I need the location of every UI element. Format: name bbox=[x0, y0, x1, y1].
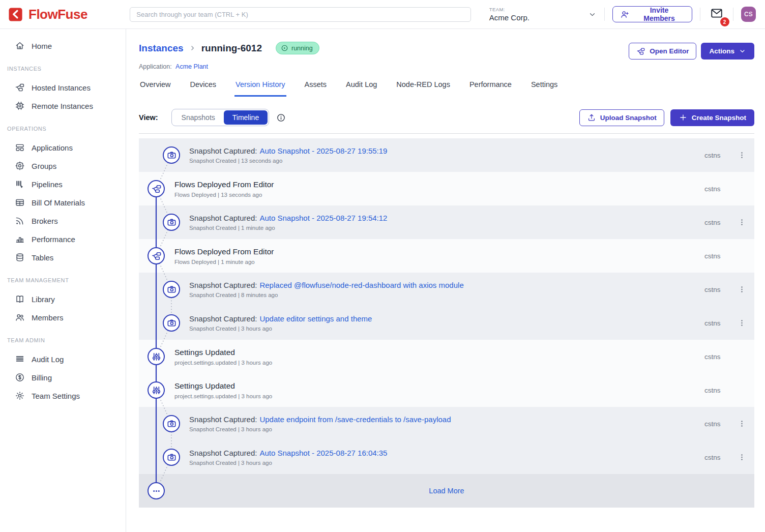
snapshot-link[interactable]: Auto Snapshot - 2025-08-27 16:04:35 bbox=[259, 449, 387, 457]
sidebar-item-label: Pipelines bbox=[32, 180, 63, 189]
kebab-menu-button[interactable] bbox=[737, 149, 746, 161]
snapshot-link[interactable]: Update endpoint from /save-credentials t… bbox=[259, 415, 451, 424]
user-label: cstns bbox=[704, 454, 725, 461]
sidebar-item-label: Tables bbox=[32, 253, 53, 262]
tab-node-red-logs[interactable]: Node-RED Logs bbox=[395, 80, 451, 97]
sidebar-item-billing[interactable]: Billing bbox=[0, 368, 126, 387]
team-selector[interactable]: TEAM: Acme Corp. bbox=[489, 7, 597, 22]
sidebar-item-remote-instances[interactable]: Remote Instances bbox=[0, 97, 126, 115]
view-toggle-timeline[interactable]: Timeline bbox=[224, 110, 268, 125]
kebab-menu-button[interactable] bbox=[737, 418, 746, 430]
user-label: cstns bbox=[704, 219, 725, 226]
sidebar-item-bill-of-materials[interactable]: Bill Of Materials bbox=[0, 193, 126, 212]
sidebar-item-pipelines[interactable]: Pipelines bbox=[0, 175, 126, 193]
billing-icon bbox=[15, 372, 25, 382]
sidebar-item-label: Bill Of Materials bbox=[32, 198, 85, 207]
sidebar-item-team-settings[interactable]: Team Settings bbox=[0, 387, 126, 405]
sidebar-item-applications[interactable]: Applications bbox=[0, 138, 126, 157]
load-more-row: Load More bbox=[139, 474, 754, 508]
sidebar-item-label: Brokers bbox=[32, 217, 58, 225]
team-settings-icon bbox=[15, 391, 25, 401]
team-label: TEAM: bbox=[489, 7, 529, 12]
open-editor-button[interactable]: Open Editor bbox=[629, 43, 696, 60]
library-icon bbox=[15, 294, 25, 304]
event-meta: Flows Deployed | 1 minute ago bbox=[174, 259, 704, 265]
flowfuse-logo-icon bbox=[8, 7, 24, 22]
sidebar-item-tables[interactable]: Tables bbox=[0, 248, 126, 267]
avatar[interactable]: CS bbox=[741, 7, 756, 22]
event-meta: Snapshot Created | 13 seconds ago bbox=[189, 158, 704, 164]
tab-version-history[interactable]: Version History bbox=[234, 80, 286, 97]
user-label: cstns bbox=[704, 319, 725, 327]
chevron-down-icon bbox=[588, 10, 597, 19]
load-more-link[interactable]: Load More bbox=[429, 487, 464, 495]
view-toggle-snapshots[interactable]: Snapshots bbox=[173, 110, 224, 125]
tab-settings[interactable]: Settings bbox=[530, 80, 558, 97]
view-bar: View: SnapshotsTimeline Upload Snapshot … bbox=[139, 109, 754, 134]
user-label: cstns bbox=[704, 353, 725, 361]
info-icon[interactable] bbox=[276, 113, 286, 123]
tab-bar: OverviewDevicesVersion HistoryAssetsAudi… bbox=[139, 80, 754, 97]
timeline-node-settings-sliders-icon bbox=[148, 348, 165, 365]
event-title: Settings Updated bbox=[174, 381, 704, 391]
breadcrumb: Instances running-6012 running bbox=[139, 42, 319, 54]
snapshot-captured-label: Snapshot Captured: bbox=[189, 415, 257, 424]
invite-members-button[interactable]: Invite Members bbox=[612, 6, 692, 22]
sidebar-item-label: Hosted Instances bbox=[32, 83, 91, 92]
snapshot-captured-label: Snapshot Captured: bbox=[189, 281, 257, 289]
snapshot-link[interactable]: Auto Snapshot - 2025-08-27 19:55:19 bbox=[259, 146, 387, 155]
sidebar-item-label: Library bbox=[32, 295, 55, 304]
snapshot-link[interactable]: Auto Snapshot - 2025-08-27 19:54:12 bbox=[259, 214, 387, 222]
timeline-row: Snapshot Captured:Update editor settings… bbox=[139, 306, 754, 340]
node-red-editor-icon bbox=[636, 47, 645, 56]
timeline-node-camera-icon bbox=[163, 281, 180, 298]
kebab-menu-button[interactable] bbox=[737, 317, 746, 329]
sidebar-item-members[interactable]: Members bbox=[0, 308, 126, 327]
performance-icon bbox=[15, 234, 25, 244]
header-divider bbox=[700, 8, 700, 21]
tab-assets[interactable]: Assets bbox=[304, 80, 328, 97]
actions-button[interactable]: Actions bbox=[701, 43, 754, 60]
timeline-node-camera-icon bbox=[163, 314, 180, 332]
flowfuse-logo[interactable]: FlowFuse bbox=[0, 7, 124, 22]
timeline-node-camera-icon bbox=[163, 449, 180, 466]
sidebar-item-audit-log[interactable]: Audit Log bbox=[0, 350, 126, 368]
upload-snapshot-button[interactable]: Upload Snapshot bbox=[579, 109, 664, 126]
kebab-menu-button[interactable] bbox=[737, 283, 746, 295]
snapshot-captured-label: Snapshot Captured: bbox=[189, 449, 257, 457]
timeline-node-flows-deploy-icon bbox=[148, 247, 165, 264]
header-divider bbox=[604, 8, 605, 21]
kebab-menu-button[interactable] bbox=[737, 216, 746, 228]
upload-icon bbox=[587, 113, 596, 122]
tab-overview[interactable]: Overview bbox=[139, 80, 171, 97]
breadcrumb-instances-link[interactable]: Instances bbox=[139, 43, 184, 54]
sidebar-item-library[interactable]: Library bbox=[0, 290, 126, 308]
groups-icon bbox=[15, 161, 25, 171]
create-snapshot-button[interactable]: Create Snapshot bbox=[670, 109, 754, 126]
tab-devices[interactable]: Devices bbox=[189, 80, 217, 97]
sidebar-item-performance[interactable]: Performance bbox=[0, 230, 126, 248]
team-name: Acme Corp. bbox=[489, 13, 529, 22]
timeline-node-ellipsis-icon[interactable] bbox=[148, 482, 165, 499]
sidebar-item-groups[interactable]: Groups bbox=[0, 157, 126, 175]
search-input[interactable] bbox=[130, 7, 471, 22]
notifications-button[interactable]: 2 bbox=[708, 6, 725, 23]
application-link[interactable]: Acme Plant bbox=[175, 63, 208, 70]
snapshot-link[interactable]: Update editor settings and theme bbox=[259, 314, 372, 323]
sidebar-item-hosted-instances[interactable]: Hosted Instances bbox=[0, 78, 126, 97]
snapshot-link[interactable]: Replaced @flowfuse/node-red-dashboard wi… bbox=[259, 281, 463, 289]
top-header: FlowFuse TEAM: Acme Corp. Invite Members… bbox=[0, 0, 765, 29]
timeline: Snapshot Captured:Auto Snapshot - 2025-0… bbox=[139, 138, 754, 508]
kebab-menu-button[interactable] bbox=[737, 451, 746, 463]
timeline-row: Snapshot Captured:Update endpoint from /… bbox=[139, 407, 754, 440]
sidebar-section-label: OPERATIONS bbox=[0, 125, 126, 132]
plus-icon bbox=[679, 113, 688, 122]
timeline-row: Flows Deployed From EditorFlows Deployed… bbox=[139, 239, 754, 273]
sidebar-item-label: Performance bbox=[32, 235, 75, 244]
application-line: Application: Acme Plant bbox=[139, 63, 754, 70]
sidebar-item-brokers[interactable]: Brokers bbox=[0, 212, 126, 230]
tab-audit-log[interactable]: Audit Log bbox=[345, 80, 378, 97]
tab-performance[interactable]: Performance bbox=[468, 80, 513, 97]
home-icon bbox=[15, 41, 25, 51]
sidebar-item-home[interactable]: Home bbox=[0, 37, 126, 55]
